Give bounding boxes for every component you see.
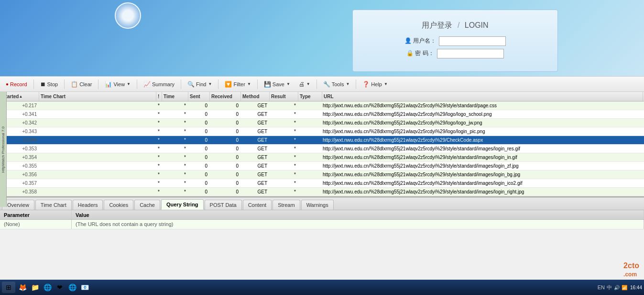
cell-flag: *	[155, 181, 161, 186]
cell-result: *	[269, 112, 297, 117]
cell-received: 0	[209, 146, 240, 151]
view-icon: 📊	[105, 81, 112, 88]
username-input[interactable]	[439, 36, 506, 46]
tab-cookies[interactable]: Cookies	[104, 200, 133, 210]
query-row: (None) (The URL does not contain a query…	[0, 220, 644, 229]
watermark: 2cto .com	[623, 261, 639, 278]
cell-result: *	[269, 181, 297, 186]
login-title: 用户登录 / LOGIN	[422, 21, 488, 31]
cell-result: *	[269, 163, 297, 169]
query-string-panel: Parameter Value (None) (The URL does not…	[0, 210, 644, 229]
cell-received: 0	[209, 129, 240, 134]
cell-flag: *	[155, 137, 161, 143]
table-row[interactable]: +0.217 * * 0 0 GET * http://jwxt.nwu.edu…	[0, 102, 644, 110]
stop-button[interactable]: ⏹ Stop	[36, 79, 62, 90]
col-received: Received	[210, 92, 241, 101]
tab-headers[interactable]: Headers	[73, 200, 103, 210]
table-row[interactable]: +0.353 * * 0 0 GET * http://jwxt.nwu.edu…	[0, 145, 644, 153]
table-row[interactable]: +0.342 * * 0 0 GET * http://jwxt.nwu.edu…	[0, 119, 644, 127]
print-button[interactable]: 🖨 ▼	[295, 79, 314, 90]
cell-time: *	[161, 163, 187, 169]
cell-result: *	[269, 120, 297, 125]
table-row[interactable]: +0.355 * * 0 0 GET * http://jwxt.nwu.edu…	[0, 162, 644, 170]
tools-icon: 🔧	[323, 81, 330, 88]
cell-received: 0	[209, 103, 240, 108]
cell-url: http://jwxt.nwu.edu.cn/%28dlxrmg55j21wla…	[321, 172, 644, 177]
cell-time: *	[161, 155, 187, 160]
username-field: 👤 用户名：	[404, 36, 506, 46]
cell-flag: *	[155, 103, 161, 108]
cell-received: 0	[209, 112, 240, 117]
cell-result: *	[269, 155, 297, 160]
table-row[interactable]: +0.345 * * 0 0 GET * http://jwxt.nwu.edu…	[0, 136, 644, 145]
cell-time: *	[161, 181, 187, 186]
taskbar-app-icon-5[interactable]: 📧	[79, 282, 90, 293]
browser-preview: 用户登录 / LOGIN 👤 用户名： 🔒 密 码：	[0, 0, 644, 77]
start-button[interactable]: ⊞	[2, 282, 15, 293]
cell-url: http://jwxt.nwu.edu.cn/%28dlxrmg55j21wla…	[321, 181, 644, 186]
password-input[interactable]	[437, 49, 504, 58]
tab-stream[interactable]: Stream	[273, 200, 300, 210]
tab-overview[interactable]: Overview	[2, 200, 34, 210]
help-button[interactable]: ❓ Help ▼	[359, 79, 392, 90]
cell-method: GET	[240, 172, 269, 177]
query-param: (None)	[0, 220, 72, 229]
table-row[interactable]: +0.356 * * 0 0 GET * http://jwxt.nwu.edu…	[0, 170, 644, 179]
taskbar-app-icon-2[interactable]: 🌐	[42, 282, 53, 293]
tab-bar: OverviewTime ChartHeadersCookiesCacheQue…	[0, 198, 644, 210]
cell-sent: 0	[187, 163, 209, 169]
tools-button[interactable]: 🔧 Tools ▼	[319, 79, 354, 90]
sep9	[356, 79, 356, 89]
tab-post-data[interactable]: POST Data	[205, 200, 242, 210]
taskbar-app-icon-1[interactable]: 📁	[30, 282, 40, 293]
logo-circle	[115, 2, 141, 29]
clear-icon: 📋	[71, 81, 78, 88]
taskbar-app-icon-4[interactable]: 🌐	[67, 282, 77, 293]
clear-button[interactable]: 📋 Clear	[67, 79, 96, 90]
cell-time: *	[161, 137, 187, 143]
cell-sent: 0	[187, 189, 209, 194]
value-col-header: Value	[72, 210, 644, 219]
save-icon: 💾	[264, 81, 271, 88]
cell-received: 0	[209, 172, 240, 177]
summary-button[interactable]: 📈 Summary	[140, 79, 178, 90]
cell-flag: *	[155, 112, 161, 117]
sep4	[137, 79, 137, 89]
toolbar: ● Record ⏹ Stop 📋 Clear 📊 View ▼ 📈 Summa…	[0, 77, 644, 92]
tab-time-chart[interactable]: Time Chart	[35, 200, 72, 210]
cell-received: 0	[209, 163, 240, 169]
table-row[interactable]: +0.343 * * 0 0 GET * http://jwxt.nwu.edu…	[0, 127, 644, 136]
table-row[interactable]: +0.357 * * 0 0 GET * http://jwxt.nwu.edu…	[0, 179, 644, 188]
sep1	[33, 79, 34, 89]
tab-warnings[interactable]: Warnings	[301, 200, 334, 210]
query-value: (The URL does not contain a query string…	[72, 220, 644, 229]
cell-flag: *	[155, 172, 161, 177]
find-button[interactable]: 🔍 Find ▼	[184, 79, 216, 90]
cell-sent: 0	[187, 103, 209, 108]
filter-button[interactable]: 🔽 Filter ▼	[221, 79, 254, 90]
col-time: Time	[162, 92, 188, 101]
view-button[interactable]: 📊 View ▼	[101, 79, 134, 90]
cell-method: GET	[240, 146, 269, 151]
cell-received: 0	[209, 120, 240, 125]
cell-received: 0	[209, 189, 240, 194]
tab-query-string[interactable]: Query String	[161, 199, 204, 210]
record-button[interactable]: ● Record	[2, 79, 31, 89]
table-row[interactable]: +0.354 * * 0 0 GET * http://jwxt.nwu.edu…	[0, 153, 644, 162]
taskbar-app-icon-0[interactable]: 🦊	[17, 282, 28, 293]
find-icon: 🔍	[187, 81, 195, 88]
table-row[interactable]: +0.341 * * 0 0 GET * http://jwxt.nwu.edu…	[0, 110, 644, 119]
sep3	[98, 79, 98, 89]
query-rows: (None) (The URL does not contain a query…	[0, 220, 644, 229]
taskbar-app-icon-3[interactable]: ❤	[55, 282, 65, 293]
cell-received: 0	[209, 181, 240, 186]
tab-content[interactable]: Content	[243, 200, 272, 210]
cell-url: http://jwxt.nwu.edu.cn/%28dlxrmg55j21wla…	[321, 137, 644, 143]
col-started: Started ▲	[1, 92, 39, 101]
table-row[interactable]: +0.358 * * 0 0 GET * http://jwxt.nwu.edu…	[0, 188, 644, 196]
tab-cache[interactable]: Cache	[134, 200, 160, 210]
save-button[interactable]: 💾 Save ▼	[260, 79, 294, 90]
sep2	[64, 79, 65, 89]
table-body: +0.217 * * 0 0 GET * http://jwxt.nwu.edu…	[0, 102, 644, 196]
sep6	[218, 79, 218, 89]
